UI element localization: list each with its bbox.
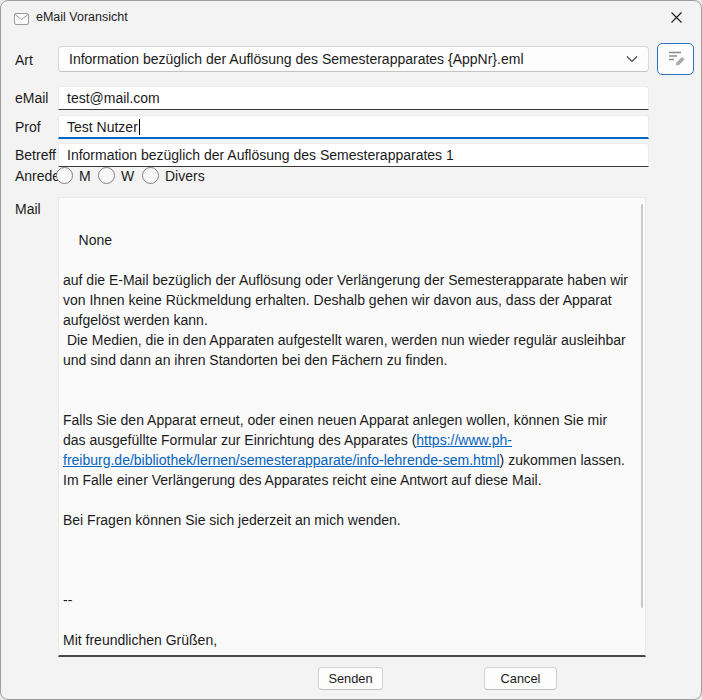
- art-template-select[interactable]: Information bezüglich der Auflösung des …: [58, 46, 649, 72]
- anrede-option-divers[interactable]: Divers: [142, 167, 205, 184]
- mail-body-editor[interactable]: None auf die E-Mail bezüglich der Auflös…: [58, 197, 646, 657]
- close-button[interactable]: [661, 7, 691, 31]
- cancel-button-label: Cancel: [501, 671, 541, 686]
- art-label: Art: [15, 52, 33, 68]
- radio-icon: [142, 167, 159, 184]
- cancel-button[interactable]: Cancel: [484, 667, 557, 690]
- anrede-option-divers-label: Divers: [165, 168, 205, 184]
- email-label: eMail: [15, 90, 48, 106]
- anrede-option-m[interactable]: M: [56, 167, 91, 184]
- title-bar: eMail Voransicht: [1, 1, 701, 33]
- anrede-option-w-label: W: [121, 168, 134, 184]
- send-button[interactable]: Senden: [318, 667, 383, 690]
- anrede-option-m-label: M: [79, 168, 91, 184]
- chevron-down-icon: [626, 55, 638, 63]
- mail-icon: [14, 11, 29, 23]
- radio-icon: [56, 167, 73, 184]
- art-selected-value: Information bezüglich der Auflösung des …: [69, 51, 524, 67]
- email-preview-dialog: eMail Voransicht Art Information bezügli…: [0, 0, 702, 700]
- close-icon: [670, 10, 683, 28]
- anrede-label: Anrede: [15, 168, 60, 184]
- radio-icon: [98, 167, 115, 184]
- scrollbar-thumb[interactable]: [641, 204, 643, 608]
- email-field[interactable]: test@mail.com: [58, 86, 649, 110]
- betreff-value: Information bezüglich der Auflösung des …: [67, 147, 454, 163]
- mail-label: Mail: [15, 201, 41, 217]
- dialog-title: eMail Voransicht: [36, 10, 128, 24]
- edit-template-button[interactable]: [657, 43, 694, 75]
- betreff-field[interactable]: Information bezüglich der Auflösung des …: [58, 143, 649, 167]
- anrede-option-w[interactable]: W: [98, 167, 134, 184]
- prof-label: Prof: [15, 119, 41, 135]
- mail-body-text-after-link: ) zukommen lassen. Im Falle einer Verlän…: [63, 452, 625, 657]
- edit-icon: [666, 48, 686, 70]
- prof-field[interactable]: Test Nutzer: [58, 115, 649, 139]
- send-button-label: Senden: [328, 671, 372, 686]
- email-value: test@mail.com: [67, 90, 160, 106]
- prof-value: Test Nutzer: [67, 119, 138, 135]
- mail-body-text-before-link: None auf die E-Mail bezüglich der Auflös…: [63, 232, 632, 448]
- betreff-label: Betreff: [15, 147, 56, 163]
- text-caret: [139, 119, 140, 135]
